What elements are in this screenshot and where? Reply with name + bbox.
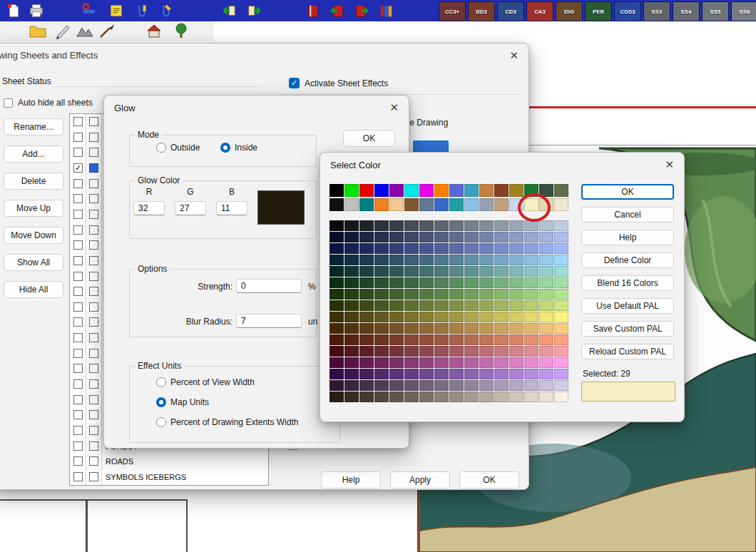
tools-icon — [81, 3, 97, 19]
radio-icon — [156, 377, 166, 387]
product-button-label: CC3+ — [445, 9, 459, 15]
options-group-label: Options — [135, 264, 170, 274]
house-icon — [145, 22, 163, 39]
catalog-back-button[interactable] — [328, 2, 347, 19]
strength-input[interactable] — [236, 279, 302, 293]
book-icon — [305, 3, 321, 19]
tree-symbol-button[interactable] — [172, 22, 192, 41]
sheets-apply-button[interactable]: Apply — [390, 471, 450, 489]
strength-unit-label: % — [308, 282, 316, 292]
color-blend-16-colors-button[interactable]: Blend 16 Colors — [581, 275, 674, 291]
radio-selected-icon — [156, 397, 166, 407]
blur-unit-label: un — [308, 317, 317, 327]
sheets-ok-button[interactable]: OK — [459, 471, 519, 489]
product-button-cc3plus[interactable]: CC3+ — [439, 1, 466, 21]
green-channel-label: G — [175, 187, 206, 197]
color-use-default-pal-button[interactable]: Use Default PAL — [581, 298, 674, 314]
print-icon — [29, 3, 44, 19]
symbol-folder-button[interactable] — [29, 22, 48, 41]
product-button-ss3[interactable]: SS3 — [643, 1, 670, 21]
product-button-ca3[interactable]: CA3 — [526, 1, 553, 21]
import-button[interactable] — [220, 2, 238, 19]
product-button-ss6[interactable]: SS6 — [731, 1, 756, 21]
glow-ok-button[interactable]: OK — [343, 130, 395, 147]
mountain-tool-button[interactable] — [76, 22, 96, 41]
product-button-cd3[interactable]: CD3 — [497, 1, 524, 21]
color-help-button[interactable]: Help — [581, 230, 674, 245]
glow-color-group-label: Glow Color — [135, 175, 183, 185]
paperclip-pen-icon — [158, 3, 174, 19]
unit-map-units-label: Map Units — [170, 397, 209, 407]
unit-percent-view-label: Percent of View Width — [170, 377, 255, 387]
radio-icon — [156, 417, 166, 427]
strength-label: Strength: — [168, 282, 233, 292]
blue-channel-label: B — [216, 187, 247, 197]
screen: CC3+DD3CD3CA3DIOPERCOS3SS3SS4SS5SS6 Draw… — [0, 0, 756, 552]
symbol-catalog-button[interactable] — [377, 2, 395, 19]
unit-percent-extents-label: Percent of Drawing Extents Width — [170, 417, 298, 427]
print-button[interactable] — [27, 2, 46, 19]
mode-group-label: Mode — [135, 130, 162, 140]
unit-map-units-radio[interactable]: Map Units — [156, 397, 209, 407]
catalog-icon — [378, 3, 394, 19]
red-channel-input[interactable] — [133, 201, 165, 215]
blur-radius-label: Blur Radius: — [168, 317, 233, 327]
main-toolbar: CC3+DD3CD3CA3DIOPERCOS3SS3SS4SS5SS6 — [0, 0, 756, 21]
pen-icon — [54, 22, 73, 39]
product-button-dd3[interactable]: DD3 — [468, 1, 495, 21]
red-channel-label: R — [133, 187, 165, 197]
green-channel-input[interactable] — [175, 201, 206, 215]
product-toolbar: CC3+DD3CD3CA3DIOPERCOS3SS3SS4SS5SS6 — [439, 1, 756, 21]
selected-color-swatch — [581, 382, 675, 402]
sheets-help-button[interactable]: Help — [321, 471, 381, 489]
color-cancel-button[interactable]: Cancel — [581, 207, 674, 223]
product-button-ss5[interactable]: SS5 — [702, 1, 729, 21]
product-button-dio[interactable]: DIO — [556, 1, 583, 21]
catalog-open-button[interactable] — [304, 2, 322, 19]
unit-percent-extents-radio[interactable]: Percent of Drawing Extents Width — [156, 417, 298, 427]
tools-button[interactable] — [80, 2, 98, 19]
effect-units-group-label: Effect Units — [135, 361, 184, 371]
mountain-icon — [76, 22, 94, 39]
product-button-label: DIO — [564, 9, 574, 15]
product-button-label: CA3 — [534, 9, 546, 15]
catalog-forward-button[interactable] — [352, 2, 371, 19]
select-color-dialog: Select Color ✕ OKCancelHelpDefine ColorB… — [320, 152, 685, 422]
radio-selected-icon — [220, 143, 230, 153]
notes-button[interactable] — [107, 2, 126, 19]
drawing-pen-button[interactable] — [54, 22, 74, 41]
mode-outside-radio[interactable]: Outside — [156, 143, 200, 153]
color-reload-custom-pal-button[interactable]: Reload Custom PAL — [581, 344, 674, 359]
color-save-custom-pal-button[interactable]: Save Custom PAL — [581, 321, 674, 337]
blur-radius-input[interactable] — [236, 314, 302, 328]
color-ok-button[interactable]: OK — [581, 184, 674, 200]
mode-inside-label: Inside — [235, 143, 257, 153]
product-button-label: SS5 — [710, 9, 721, 15]
unit-percent-view-radio[interactable]: Percent of View Width — [156, 377, 255, 387]
map-template-box — [86, 499, 188, 552]
attach-alt-button[interactable] — [157, 2, 175, 19]
map-border-redline — [526, 106, 756, 108]
tree-icon — [172, 22, 190, 39]
new-icon — [6, 3, 21, 19]
glow-color-swatch[interactable] — [257, 190, 305, 225]
paperclip-icon — [134, 3, 150, 19]
color-define-color-button[interactable]: Define Color — [581, 252, 674, 268]
product-button-ss4[interactable]: SS4 — [673, 1, 700, 21]
blue-channel-input[interactable] — [216, 201, 247, 215]
product-button-label: COS3 — [620, 9, 635, 15]
product-button-label: SS6 — [740, 9, 750, 15]
import-arrow-icon — [221, 3, 237, 19]
glow-dialog-title: Glow — [114, 103, 136, 113]
mode-inside-radio[interactable]: Inside — [220, 143, 257, 153]
product-button-cos3[interactable]: COS3 — [614, 1, 641, 21]
broom-tool-button[interactable] — [98, 22, 118, 41]
export-button[interactable] — [245, 2, 264, 19]
house-symbol-button[interactable] — [145, 22, 165, 41]
secondary-toolbar — [0, 21, 214, 41]
attach-button[interactable] — [133, 2, 151, 19]
product-button-per[interactable]: PER — [585, 1, 612, 21]
glow-close-icon[interactable]: ✕ — [389, 101, 399, 114]
new-drawing-button[interactable] — [4, 2, 23, 19]
folder-icon — [29, 22, 47, 39]
